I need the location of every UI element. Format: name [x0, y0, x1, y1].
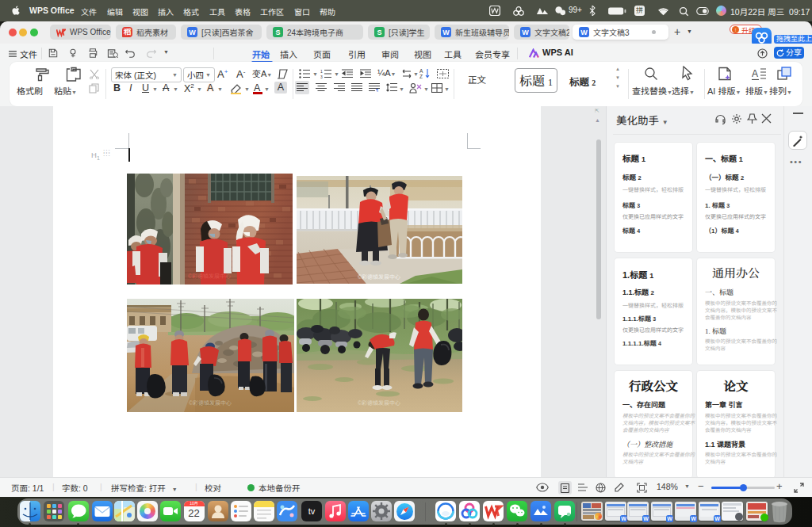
svg-text:3: 3 [320, 74, 323, 78]
svg-text:©彩德镇发展中心: ©彩德镇发展中心 [189, 400, 232, 406]
svg-text:©彩德镇发展中心: ©彩德镇发展中心 [358, 274, 400, 280]
svg-text:A: A [419, 68, 423, 74]
svg-text:1: 1 [320, 69, 323, 74]
svg-text:A: A [752, 68, 758, 79]
svg-text:¶: ¶ [376, 88, 378, 92]
svg-text:Z: Z [419, 74, 423, 78]
svg-text:©彩德镇发展中心: ©彩德镇发展中心 [188, 273, 231, 279]
svg-text:©彩德镇发展中心: ©彩德镇发展中心 [358, 400, 400, 406]
